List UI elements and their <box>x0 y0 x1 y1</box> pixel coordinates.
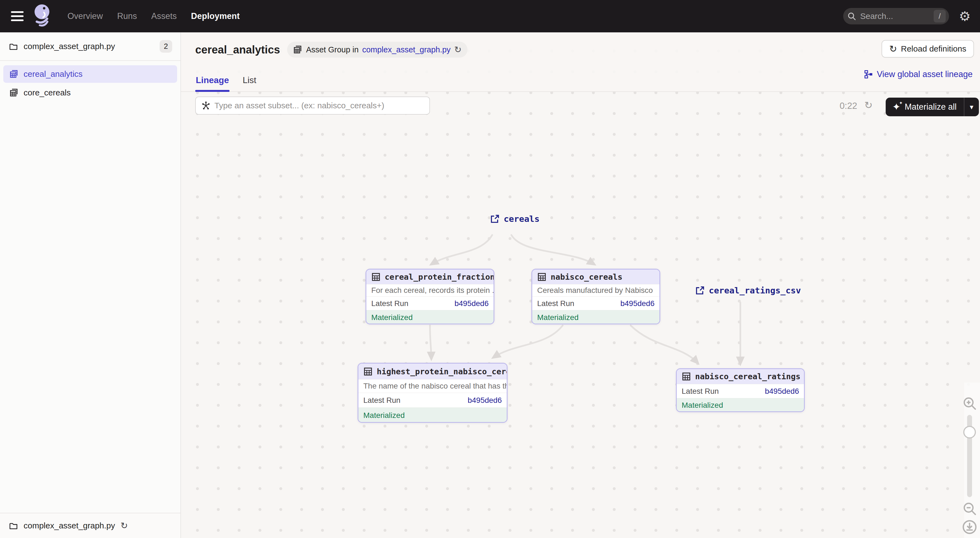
breadcrumb-prefix: Asset Group in <box>306 45 359 54</box>
sidebar-item-cereal-analytics[interactable]: cereal_analytics <box>3 65 177 83</box>
asset-description: Cereals manufactured by Nabisco <box>532 284 659 296</box>
tab-list[interactable]: List <box>242 75 257 92</box>
op-selection-icon <box>201 101 211 110</box>
download-view-button[interactable] <box>962 519 978 535</box>
status-badge: Materialized <box>358 407 507 423</box>
source-asset-label: cereal_ratings_csv <box>709 285 801 295</box>
view-global-asset-lineage-label: View global asset lineage <box>877 69 973 79</box>
dagster-logo-icon[interactable] <box>33 3 52 29</box>
latest-run-label: Latest Run <box>371 299 408 308</box>
asset-group-icon <box>10 88 19 97</box>
repo-file-name: complex_asset_graph.py <box>24 42 115 51</box>
asset-group-icon <box>10 69 19 79</box>
reload-definitions-button[interactable]: ↻ Reload definitions <box>881 40 974 57</box>
tab-lineage[interactable]: Lineage <box>195 75 229 92</box>
nav-item-deployment[interactable]: Deployment <box>191 11 240 21</box>
gear-icon[interactable]: ⚙ <box>959 10 970 23</box>
latest-run-label: Latest Run <box>363 396 400 405</box>
asset-name: nabisco_cereal_ratings <box>695 372 800 381</box>
page-title: cereal_analytics <box>195 44 280 56</box>
materialize-all-main[interactable]: ✦✦ Materialize all <box>886 98 964 116</box>
run-id-link[interactable]: b495ded6 <box>620 299 654 308</box>
zoom-in-button[interactable] <box>962 396 977 411</box>
main-panel: cereal_analytics Asset Group in complex_… <box>181 32 980 538</box>
view-global-asset-lineage-link[interactable]: View global asset lineage <box>864 69 973 79</box>
nav-item-overview[interactable]: Overview <box>67 11 103 21</box>
external-asset-icon <box>695 286 705 295</box>
asset-node-nabisco-cereals[interactable]: nabisco_cereals Cereals manufactured by … <box>531 269 660 325</box>
sparkle-icon: ✦✦ <box>892 102 900 112</box>
external-asset-icon <box>490 214 500 223</box>
repo-header[interactable]: complex_asset_graph.py 2 <box>0 32 180 61</box>
asset-subset-filter[interactable] <box>195 97 430 115</box>
asset-node-cereal-protein-fractions[interactable]: cereal_protein_fractions For each cereal… <box>366 269 495 325</box>
sidebar-item-core-cereals[interactable]: core_cereals <box>3 84 177 102</box>
table-icon <box>363 367 373 376</box>
run-id-link[interactable]: b495ded6 <box>454 299 488 308</box>
breadcrumb-file-link[interactable]: complex_asset_graph.py <box>362 45 450 54</box>
tab-bar: Lineage List <box>195 75 257 92</box>
breadcrumb: Asset Group in complex_asset_graph.py ↻ <box>287 42 468 57</box>
asset-group-list: cereal_analytics core_cereals <box>0 61 180 102</box>
materialize-all-button: ✦✦ Materialize all ▾ <box>886 98 979 116</box>
reload-repo-icon[interactable]: ↻ <box>121 520 128 531</box>
refresh-icon: ↻ <box>889 43 897 54</box>
primary-nav: Overview Runs Assets Deployment <box>67 11 240 21</box>
nav-item-runs[interactable]: Runs <box>117 11 137 21</box>
asset-description: For each cereal, records its protein ... <box>366 284 493 296</box>
source-asset-cereal-ratings-csv[interactable]: cereal_ratings_csv <box>695 285 801 295</box>
asset-node-highest-protein-nabisco-cereal[interactable]: highest_protein_nabisco_cereal The name … <box>358 363 508 423</box>
refresh-timer: 0:22 <box>840 100 857 111</box>
nav-item-assets[interactable]: Assets <box>151 11 177 21</box>
zoom-controls <box>961 396 978 535</box>
materialize-all-label: Materialize all <box>905 102 957 112</box>
search-input[interactable]: Search... / <box>843 8 949 24</box>
table-icon <box>682 372 691 381</box>
sidebar-footer: complex_asset_graph.py ↻ <box>0 513 180 538</box>
asset-node-nabisco-cereal-ratings[interactable]: nabisco_cereal_ratings Latest Run b495de… <box>676 368 805 412</box>
search-icon <box>847 11 856 21</box>
search-placeholder: Search... <box>860 11 934 21</box>
materialize-dropdown-button[interactable]: ▾ <box>964 98 979 116</box>
download-icon <box>962 519 978 535</box>
zoom-slider[interactable] <box>967 415 972 497</box>
status-badge: Materialized <box>677 398 804 412</box>
top-nav: Overview Runs Assets Deployment Search..… <box>0 0 980 32</box>
table-icon <box>537 272 546 282</box>
zoom-out-button[interactable] <box>962 501 977 516</box>
status-badge: Materialized <box>366 310 493 325</box>
status-badge: Materialized <box>532 310 659 325</box>
refresh-graph-icon[interactable]: ↻ <box>864 100 872 111</box>
zoom-in-icon <box>962 396 977 411</box>
repo-asset-count-badge: 2 <box>159 40 172 53</box>
reload-definitions-label: Reload definitions <box>901 44 967 54</box>
footer-file-name: complex_asset_graph.py <box>24 521 115 530</box>
asset-name: cereal_protein_fractions <box>385 272 495 282</box>
asset-group-icon <box>293 45 302 54</box>
source-asset-label: cereals <box>504 214 539 224</box>
run-id-link[interactable]: b495ded6 <box>765 387 799 396</box>
hamburger-menu-icon[interactable] <box>11 11 24 21</box>
latest-run-label: Latest Run <box>537 299 574 308</box>
page-header: cereal_analytics Asset Group in complex_… <box>181 32 980 92</box>
lineage-graph-icon <box>864 70 873 79</box>
zoom-slider-handle[interactable] <box>963 426 976 438</box>
run-id-link[interactable]: b495ded6 <box>468 396 502 405</box>
search-shortcut-badge: / <box>934 10 946 22</box>
asset-description: The name of the nabisco cereal that has … <box>358 379 507 393</box>
sidebar-item-label: core_cereals <box>24 88 71 97</box>
asset-name: nabisco_cereals <box>550 272 622 282</box>
lineage-canvas[interactable]: 0:22 ↻ ✦✦ Materialize all ▾ cereals cere… <box>181 92 980 538</box>
table-icon <box>371 272 380 282</box>
zoom-out-icon <box>962 501 977 516</box>
reload-location-icon[interactable]: ↻ <box>454 45 461 55</box>
sidebar-item-label: cereal_analytics <box>24 69 83 79</box>
sidebar: complex_asset_graph.py 2 cereal_analytic… <box>0 32 181 538</box>
folder-icon <box>9 521 18 530</box>
asset-name: highest_protein_nabisco_cereal <box>377 367 508 376</box>
latest-run-label: Latest Run <box>682 387 719 396</box>
asset-subset-input[interactable] <box>215 101 424 110</box>
folder-icon <box>9 42 18 51</box>
source-asset-cereals[interactable]: cereals <box>490 214 539 224</box>
